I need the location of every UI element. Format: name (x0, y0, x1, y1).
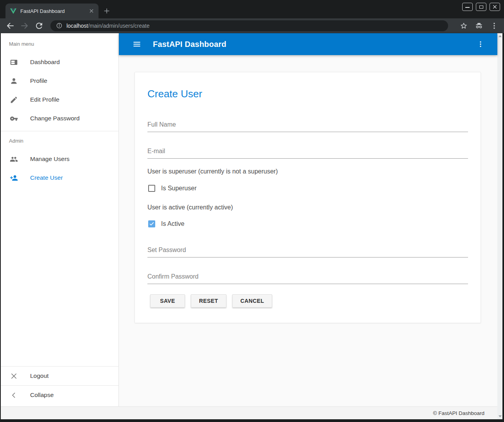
url-path: /main/admin/users/create (88, 23, 149, 29)
email-field[interactable] (147, 143, 468, 159)
cancel-button[interactable]: CANCEL (232, 294, 273, 308)
sidebar-item-label: Dashboard (30, 59, 60, 66)
browser-tab-strip: FastAPI Dashboard (0, 0, 504, 18)
people-icon (10, 155, 18, 163)
confirm-password-input[interactable] (147, 273, 468, 284)
app-bar: FastAPI Dashboard (119, 33, 497, 55)
full-name-field[interactable] (147, 116, 468, 132)
form-actions: SAVE RESET CANCEL (150, 294, 272, 308)
window-close-icon[interactable] (490, 3, 500, 11)
superuser-hint: User is superuser (currently is not a su… (147, 168, 278, 175)
footer-copyright: © FastAPI Dashboard (433, 410, 484, 416)
sidebar-section-admin: Admin (1, 131, 118, 150)
sidebar-item-label: Create User (30, 174, 63, 181)
save-button[interactable]: SAVE (150, 294, 185, 308)
site-info-icon[interactable] (56, 22, 63, 29)
url-host: localhost (66, 23, 88, 29)
sidebar-item-label: Change Password (30, 115, 80, 122)
reload-icon[interactable] (34, 21, 44, 30)
sidebar: Main menu Dashboard Profile Edit Profile (1, 33, 119, 406)
forward-icon[interactable] (20, 21, 29, 30)
sidebar-item-profile[interactable]: Profile (1, 72, 118, 90)
sidebar-bottom: Logout Collapse (1, 366, 118, 404)
checkbox-checked-icon[interactable] (148, 220, 155, 227)
sidebar-item-dashboard[interactable]: Dashboard (1, 53, 118, 72)
sidebar-item-edit-profile[interactable]: Edit Profile (1, 90, 118, 109)
tab-close-icon[interactable] (88, 8, 95, 14)
is-superuser-checkbox-row[interactable]: Is Superuser (148, 185, 197, 192)
person-icon (10, 77, 18, 85)
bookmark-star-icon[interactable] (459, 21, 468, 30)
sidebar-item-label: Profile (30, 77, 47, 84)
minimize-icon[interactable] (462, 3, 473, 11)
chevron-left-icon (10, 391, 18, 399)
page-title: Create User (147, 88, 202, 100)
address-bar[interactable]: localhost/main/admin/users/create (50, 20, 448, 31)
checkbox-label: Is Superuser (161, 185, 197, 192)
pencil-icon (10, 96, 18, 104)
appbar-menu-dots-icon[interactable] (477, 40, 484, 48)
create-user-card: Create User User is superuser (currently… (135, 72, 481, 323)
set-password-input[interactable] (147, 247, 468, 257)
sidebar-item-label: Collapse (30, 392, 54, 399)
full-name-input[interactable] (147, 121, 468, 132)
tab-title: FastAPI Dashboard (16, 8, 88, 14)
checkbox-label: Is Active (161, 220, 185, 227)
back-icon[interactable] (5, 21, 15, 30)
sidebar-section-main: Main menu (1, 33, 118, 53)
footer: © FastAPI Dashboard (1, 406, 497, 419)
main-area: FastAPI Dashboard Create User User is su… (119, 33, 497, 406)
set-password-field[interactable] (147, 241, 468, 257)
window-controls (462, 3, 500, 11)
key-icon (10, 114, 18, 123)
is-active-checkbox-row[interactable]: Is Active (148, 220, 185, 227)
browser-menu-icon[interactable] (490, 21, 499, 30)
scroll-down-icon[interactable] (499, 415, 502, 417)
active-hint: User is active (currently active) (147, 204, 233, 211)
sidebar-item-manage-users[interactable]: Manage Users (1, 150, 118, 168)
sidebar-item-logout[interactable]: Logout (1, 367, 118, 385)
incognito-icon[interactable] (475, 21, 483, 30)
scroll-up-icon[interactable] (499, 35, 502, 37)
hamburger-menu-icon[interactable] (133, 40, 141, 48)
reset-button[interactable]: RESET (191, 294, 226, 308)
appbar-title: FastAPI Dashboard (153, 40, 226, 49)
checkbox-unchecked-icon[interactable] (148, 185, 155, 192)
email-input[interactable] (147, 148, 468, 158)
sidebar-item-label: Logout (30, 372, 48, 379)
sidebar-item-create-user[interactable]: Create User (1, 168, 118, 187)
maximize-icon[interactable] (476, 3, 486, 11)
dashboard-icon (10, 58, 18, 66)
vue-logo-icon (10, 8, 16, 14)
logout-x-icon (10, 372, 18, 380)
browser-toolbar: localhost/main/admin/users/create (0, 18, 504, 33)
scrollbar[interactable] (497, 33, 502, 419)
sidebar-item-change-password[interactable]: Change Password (1, 109, 118, 128)
sidebar-item-collapse[interactable]: Collapse (1, 386, 118, 404)
browser-tab[interactable]: FastAPI Dashboard (5, 4, 99, 18)
new-tab-icon[interactable] (102, 6, 112, 16)
sidebar-item-label: Manage Users (30, 156, 70, 163)
person-add-icon (10, 174, 18, 182)
sidebar-item-label: Edit Profile (30, 96, 59, 103)
confirm-password-field[interactable] (147, 268, 468, 284)
